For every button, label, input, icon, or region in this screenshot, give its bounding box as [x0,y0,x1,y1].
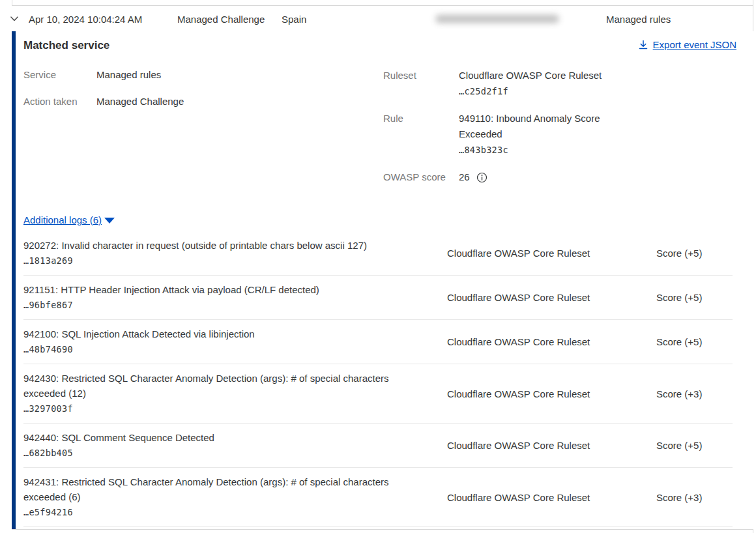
additional-logs-table: 920272: Invalid character in request (ou… [23,231,733,527]
additional-log-row: 921151: HTTP Header Injection Attack via… [23,276,733,320]
owasp-score-field: OWASP score 26 [383,169,736,185]
chevron-down-icon[interactable] [8,13,20,25]
table-bottom-border [12,529,753,530]
additional-log-row: 942431: Restricted SQL Character Anomaly… [23,468,733,527]
log-rule-hash: …e5f94216 [23,504,408,520]
caret-down-icon[interactable] [104,218,115,223]
log-rule-hash: …48b74690 [23,341,408,357]
matched-service-fields: Service Managed rules Action taken Manag… [23,68,736,197]
additional-log-row: 942100: SQL Injection Attack Detected vi… [23,320,733,364]
log-rule-hash: …682bb405 [23,445,408,461]
log-rule-hash: …3297003f [23,401,408,416]
table-left-border [12,0,12,5]
log-rule-hash: …96bfe867 [23,297,408,313]
log-ruleset: Cloudflare OWASP Core Ruleset [447,388,656,399]
log-description: 921151: HTTP Header Injection Attack via… [23,284,319,295]
ruleset-label: Ruleset [383,68,459,99]
service-field: Service Managed rules [23,68,383,81]
log-description: 942430: Restricted SQL Character Anomaly… [23,373,389,399]
event-row[interactable]: Apr 10, 2024 10:04:24 AM Managed Challen… [0,6,753,31]
log-ruleset: Cloudflare OWASP Core Ruleset [447,492,656,503]
log-description: 920272: Invalid character in request (ou… [23,240,367,251]
log-score: Score (+5) [656,336,733,347]
redacted-hostname [435,14,559,23]
rule-id-hash: …843b323c [459,142,615,158]
log-ruleset: Cloudflare OWASP Core Ruleset [447,336,656,347]
event-timestamp: Apr 10, 2024 10:04:24 AM [29,13,142,24]
firewall-events-log: Apr 10, 2024 10:04:24 AM Managed Challen… [0,0,756,533]
event-country: Spain [282,13,306,24]
log-description: 942431: Restricted SQL Character Anomaly… [23,476,389,502]
service-label: Service [23,68,96,81]
panel-title: Matched service [23,38,109,53]
owasp-score-value: 26 [459,169,470,185]
log-score: Score (+3) [656,492,733,503]
event-service: Managed rules [606,13,671,24]
event-action: Managed Challenge [177,13,265,24]
export-event-json-label: Export event JSON [653,38,736,52]
ruleset-id-hash: …c25d2f1f [459,83,602,99]
ruleset-value: Cloudflare OWASP Core Ruleset [459,70,602,81]
log-score: Score (+5) [656,440,733,451]
action-taken-label: Action taken [23,94,96,108]
log-ruleset: Cloudflare OWASP Core Ruleset [447,248,656,259]
export-event-json-link[interactable]: Export event JSON [638,38,736,52]
log-description: 942100: SQL Injection Attack Detected vi… [23,328,255,339]
log-rule-hash: …1813a269 [23,253,408,268]
info-icon[interactable] [476,172,487,183]
log-description: 942440: SQL Comment Sequence Detected [23,432,214,443]
owasp-score-label: OWASP score [383,169,459,185]
additional-log-row: 920272: Invalid character in request (ou… [23,231,733,276]
log-score: Score (+5) [656,292,733,303]
additional-log-row: 942440: SQL Comment Sequence Detected …6… [23,424,733,468]
rule-value: 949110: Inbound Anomaly Score Exceeded [459,113,600,139]
action-taken-value: Managed Challenge [96,94,184,108]
service-value: Managed rules [96,68,161,81]
rule-field: Rule 949110: Inbound Anomaly Score Excee… [383,111,736,158]
rule-label: Rule [383,111,459,158]
additional-log-row: 942430: Restricted SQL Character Anomaly… [23,364,733,424]
log-ruleset: Cloudflare OWASP Core Ruleset [447,292,656,303]
log-score: Score (+3) [656,388,733,399]
ruleset-field: Ruleset Cloudflare OWASP Core Ruleset …c… [383,68,736,99]
log-score: Score (+5) [656,248,733,259]
action-taken-field: Action taken Managed Challenge [23,94,383,108]
log-ruleset: Cloudflare OWASP Core Ruleset [447,440,656,451]
additional-logs-toggle[interactable]: Additional logs (6) [23,213,102,227]
event-detail-panel: Matched service Export event JSON Servic… [12,31,753,529]
download-icon [638,40,648,50]
